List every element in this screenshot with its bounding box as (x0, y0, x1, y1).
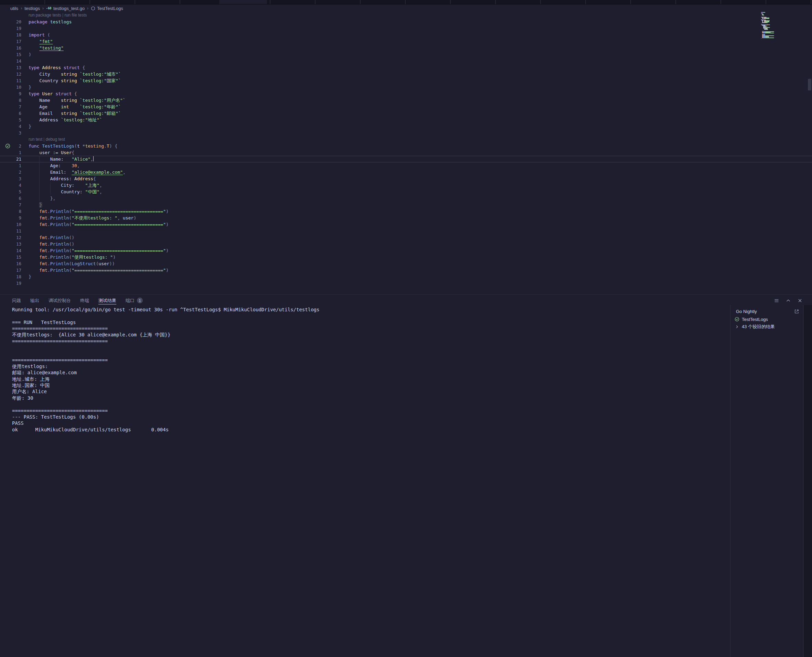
panel-tab-终端[interactable]: 终端 (80, 295, 89, 306)
panel-tab-测试结果[interactable]: 测试结果 (98, 295, 116, 306)
code-line[interactable] (21, 280, 812, 286)
breadcrumb-item[interactable]: utils (10, 6, 18, 11)
code-line[interactable]: type Address struct { (21, 64, 812, 71)
editor-scrollbar[interactable] (807, 12, 812, 294)
gutter (0, 188, 12, 195)
active-tab-hint[interactable] (219, 0, 267, 4)
gutter (0, 247, 12, 254)
code-line[interactable]: City: "上海", (21, 182, 812, 188)
gutter (0, 254, 12, 260)
output-line: 不使用testlogs: {Alice 30 alice@example.com… (12, 332, 726, 338)
code-line[interactable]: "testing" (21, 45, 812, 51)
panel-tab-label: 输出 (30, 297, 39, 304)
code-line[interactable]: Address: Address{ (21, 176, 812, 182)
code-line[interactable]: Email string `testlog:"邮箱"` (21, 110, 812, 117)
breadcrumb-label: testlogs_test.go (53, 6, 85, 11)
code-line[interactable]: fmt.Println("===========================… (21, 247, 812, 254)
indent-guide (39, 176, 40, 182)
breadcrumb-item[interactable]: TestTestLogs (91, 6, 123, 11)
codelens-link[interactable]: run file tests (65, 13, 87, 17)
panel-tab-调试控制台[interactable]: 调试控制台 (48, 295, 71, 306)
codelens-separator: | (42, 137, 46, 142)
code-line[interactable]: Age: 30, (21, 162, 812, 169)
code-line[interactable]: Name string `testlog:"用户名"` (21, 97, 812, 104)
code-line[interactable]: }, (21, 195, 812, 202)
test-profile-label[interactable]: Go Nightly (736, 309, 757, 314)
test-profile-row: Go Nightly (731, 307, 803, 315)
code-line[interactable]: fmt.Println() (21, 234, 812, 241)
code-row: 6 }, (0, 195, 812, 202)
code-line[interactable]: fmt.Println(LogStruct(user)) (21, 260, 812, 267)
codelens-link[interactable]: run test (28, 137, 42, 142)
older-results-toggle[interactable]: 43 个较旧的结果 (731, 323, 803, 330)
code-line[interactable]: } (21, 274, 812, 280)
code-line[interactable]: user := User{ (21, 149, 812, 156)
breadcrumb-item[interactable]: testlogs (25, 6, 40, 11)
panel-maximize-icon[interactable] (785, 297, 791, 304)
panel-tab-问题[interactable]: 问题 (12, 295, 21, 306)
code-line[interactable]: import ( (21, 32, 812, 38)
code-line[interactable]: Age int `testlog:"年龄"` (21, 104, 812, 110)
code-line[interactable]: fmt.Println("===========================… (21, 221, 812, 228)
panel-tab-label: 测试结果 (98, 297, 116, 304)
gutter (0, 234, 12, 241)
test-pass-gutter-icon[interactable] (5, 143, 10, 149)
code-line[interactable]: type User struct { (21, 90, 812, 97)
panel-menu-icon[interactable] (773, 297, 780, 304)
gutter (0, 38, 12, 45)
code-line[interactable]: func TestTestLogs(t *testing.T) { (21, 143, 812, 149)
indent-guide (39, 162, 40, 169)
output-line: --- PASS: TestTestLogs (0.00s) (12, 414, 726, 420)
indent-guide (39, 188, 40, 195)
code-line[interactable] (21, 130, 812, 136)
gutter (0, 149, 12, 156)
panel-tabs: 问题输出调试控制台终端测试结果端口1 (0, 295, 143, 306)
minimap[interactable] (761, 12, 793, 40)
breadcrumb-item[interactable]: -GOtestlogs_test.go (46, 6, 85, 11)
line-number: 15 (12, 254, 21, 260)
scrollbar-thumb[interactable] (808, 79, 811, 90)
code-line[interactable]: ) (21, 51, 812, 58)
line-number: 2 (12, 169, 21, 176)
text-cursor (93, 156, 94, 161)
code-line[interactable]: fmt.Println("不使用testlogs: ", user) (21, 215, 812, 221)
breadcrumb-separator: › (42, 6, 44, 11)
code-line[interactable]: City string `testlog:"城市"` (21, 71, 812, 78)
code-editor[interactable]: run package tests | run file tests20pack… (0, 12, 812, 294)
code-line[interactable]: Email: "alice@example.com", (21, 169, 812, 176)
code-line[interactable]: fmt.Println("使用testlogs: ") (21, 254, 812, 260)
codelens-link[interactable]: debug test (46, 137, 65, 142)
code-line[interactable]: fmt.Println("===========================… (21, 267, 812, 274)
code-line[interactable]: } (21, 202, 812, 208)
code-line[interactable]: fmt.Println("===========================… (21, 208, 812, 215)
code-line[interactable]: } (21, 123, 812, 130)
code-line[interactable]: Name: "Alice", (21, 156, 812, 162)
code-line[interactable]: fmt.Println() (21, 241, 812, 247)
panel-tab-label: 终端 (80, 297, 89, 304)
codelens-link[interactable]: run package tests (28, 13, 61, 17)
gutter (0, 260, 12, 267)
code-row: 1 Age: 30, (0, 162, 812, 169)
panel-close-icon[interactable] (797, 297, 803, 304)
panel-tab-输出[interactable]: 输出 (30, 295, 39, 306)
code-line[interactable]: Country: "中国", (21, 188, 812, 195)
code-line[interactable] (21, 25, 812, 32)
test-result-item[interactable]: TestTestLogs (731, 315, 803, 323)
line-number: 7 (12, 104, 21, 110)
editor-tab-bar[interactable] (0, 0, 812, 5)
panel-tab-label: 调试控制台 (48, 297, 71, 304)
code-line[interactable]: Address `testlog:"地址"` (21, 117, 812, 123)
code-line[interactable]: package testlogs (21, 19, 812, 25)
code-line[interactable]: "fmt" (21, 38, 812, 45)
test-output[interactable]: Running tool: /usr/local/go/bin/go test … (12, 307, 726, 657)
code-line[interactable] (21, 58, 812, 64)
codelens[interactable]: run package tests | run file tests (21, 12, 812, 19)
panel-tab-端口[interactable]: 端口1 (126, 295, 143, 306)
code-row: 20package testlogs (0, 19, 812, 25)
open-output-icon[interactable] (793, 308, 800, 314)
line-number: 2 (12, 143, 21, 149)
code-line[interactable]: } (21, 84, 812, 90)
code-line[interactable]: Country string `testlog:"国家"` (21, 78, 812, 84)
codelens[interactable]: run test | debug test (21, 136, 812, 143)
code-line[interactable] (21, 228, 812, 234)
